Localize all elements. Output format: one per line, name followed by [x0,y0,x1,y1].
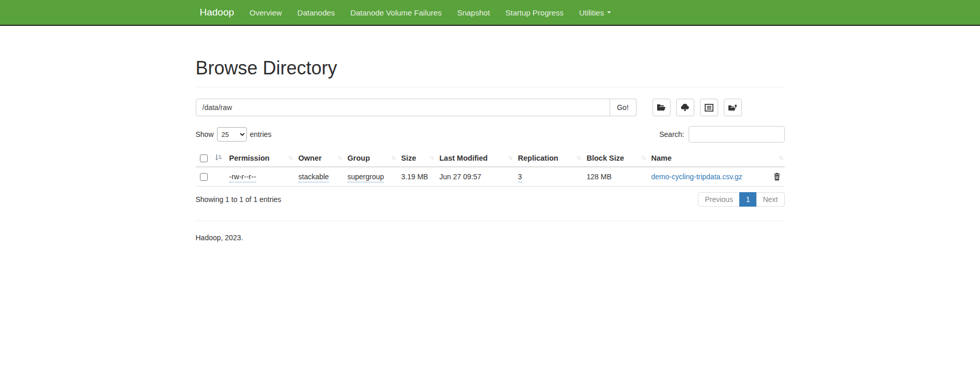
utilities-label: Utilities [579,8,604,17]
header-name[interactable]: Name [647,150,785,167]
caret-down-icon [607,11,611,13]
nav-item-overview[interactable]: Overview [242,0,290,25]
header-last-modified[interactable]: Last Modified [435,150,514,167]
folder-move-icon [728,104,738,112]
cloud-upload-icon [680,104,690,112]
row-block-size-cell: 128 MB [583,167,647,186]
delete-file-button[interactable] [773,173,781,181]
directory-table: Permission Owner Group Size Last Modifie… [196,150,785,186]
pagination-previous[interactable]: Previous [698,192,739,207]
entries-label: entries [250,130,272,138]
header-select-all[interactable] [196,150,225,167]
header-replication[interactable]: Replication [514,150,583,167]
nav-item-utilities-dropdown[interactable]: Utilities [571,0,619,25]
header-owner[interactable]: Owner [294,150,344,167]
table-row: -rw-r--r-- stackable supergroup 3.19 MB … [196,167,785,186]
sort-both-icon [779,154,783,161]
select-all-checkbox[interactable] [200,154,208,162]
nav-item-snapshot[interactable]: Snapshot [449,0,497,25]
file-link[interactable]: demo-cycling-tripdata.csv.gz [651,173,742,181]
upload-files-button[interactable] [676,99,694,116]
sort-amount-icon [214,154,222,163]
row-owner-cell: stackable [294,167,344,186]
search-label: Search: [659,130,684,138]
sort-both-icon [337,154,341,161]
row-permission-cell: -rw-r--r-- [225,167,294,186]
row-size-cell: 3.19 MB [397,167,435,186]
top-navbar: Hadoop Overview Datanodes Datanode Volum… [0,0,980,26]
footer-text: Hadoop, 2023. [196,234,785,273]
sort-both-icon [391,154,395,161]
row-last-modified-cell: Jun 27 09:57 [435,167,514,186]
navbar-menu: Overview Datanodes Datanode Volume Failu… [242,0,619,25]
table-search-input[interactable] [689,126,785,143]
show-label: Show [196,130,214,138]
header-last-modified-label: Last Modified [440,154,488,162]
owner-editable[interactable]: stackable [299,173,329,182]
permission-editable[interactable]: -rw-r--r-- [229,173,256,182]
move-file-button[interactable] [724,99,742,116]
sort-both-icon [641,154,645,161]
create-directory-button[interactable] [652,99,671,116]
cut-paste-button[interactable] [700,99,718,116]
directory-path-input[interactable] [196,99,610,116]
header-permission[interactable]: Permission [225,150,294,167]
header-permission-label: Permission [229,154,270,162]
header-group-label: Group [348,154,370,162]
directory-toolbar [652,99,748,116]
page-header: Browse Directory [196,58,785,87]
sort-both-icon [429,154,433,161]
row-replication-cell: 3 [514,167,583,186]
header-name-label: Name [651,154,672,162]
folder-open-icon [657,104,666,112]
row-select-cell [196,167,225,186]
trash-icon [773,175,781,182]
sort-both-icon [288,154,292,161]
sort-both-icon [508,154,512,161]
row-name-cell: demo-cycling-tripdata.csv.gz [647,167,785,186]
page-title: Browse Directory [196,58,785,79]
header-size[interactable]: Size [397,150,435,167]
nav-item-datanodes[interactable]: Datanodes [290,0,343,25]
footer-divider [196,221,785,221]
row-checkbox[interactable] [200,173,208,181]
header-block-size[interactable]: Block Size [583,150,647,167]
list-alt-icon [705,104,713,112]
header-block-size-label: Block Size [587,154,625,162]
go-button[interactable]: Go! [610,99,636,116]
table-header-row: Permission Owner Group Size Last Modifie… [196,150,785,167]
header-owner-label: Owner [299,154,322,162]
pagination-next[interactable]: Next [757,192,785,207]
replication-editable[interactable]: 3 [518,173,522,182]
row-group-cell: supergroup [344,167,397,186]
group-editable[interactable]: supergroup [348,173,384,182]
table-info: Showing 1 to 1 of 1 entries [196,195,282,204]
directory-path-group: Go! [196,99,636,116]
page-length-select[interactable]: 25 [217,127,247,142]
header-replication-label: Replication [518,154,558,162]
table-search-control: Search: [659,126,784,143]
pagination: Previous 1 Next [698,192,784,207]
brand-hadoop[interactable]: Hadoop [196,0,242,25]
header-group[interactable]: Group [344,150,397,167]
page-length-control: Show 25 entries [196,127,272,142]
header-size-label: Size [401,154,416,162]
pagination-page-1[interactable]: 1 [740,192,757,207]
sort-both-icon [577,154,581,161]
nav-item-datanode-volume-failures[interactable]: Datanode Volume Failures [343,0,449,25]
nav-item-startup-progress[interactable]: Startup Progress [497,0,571,25]
